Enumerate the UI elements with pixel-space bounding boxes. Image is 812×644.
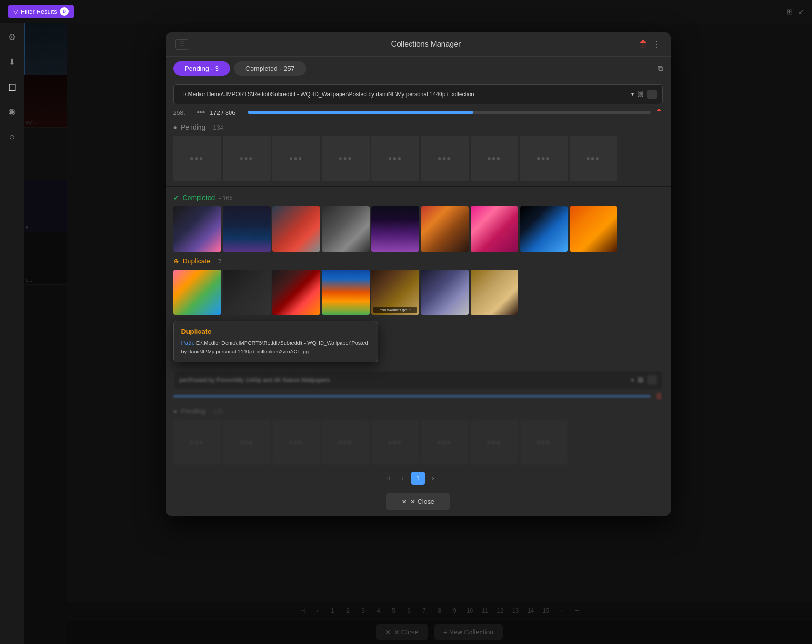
pending-label: Pending bbox=[181, 123, 205, 131]
completed-item-8[interactable] bbox=[520, 206, 568, 252]
modal-header-icons: 🗑 ⋮ bbox=[639, 39, 661, 50]
pending-item-3-dots: ••• bbox=[289, 152, 303, 165]
c2-dots-8: ••• bbox=[537, 436, 551, 449]
sidebar-download-icon[interactable]: ⬇ bbox=[3, 53, 20, 70]
duplicate-item-3[interactable] bbox=[272, 270, 320, 315]
pending-item-1[interactable]: ••• bbox=[173, 136, 221, 181]
pending-item-7-dots: ••• bbox=[487, 152, 501, 165]
completed-item-6[interactable] bbox=[421, 206, 469, 252]
modal-body: E:\.Medior Demo\.IMPORTS\Reddit\Subreddi… bbox=[166, 80, 671, 467]
c2-dots-4: ••• bbox=[339, 436, 352, 449]
c2-dots-3: ••• bbox=[289, 436, 303, 449]
top-filter-button[interactable]: ▽ Filter Results 0 bbox=[8, 5, 74, 18]
pending-item-2[interactable]: ••• bbox=[223, 136, 271, 181]
tooltip-path-value: E:\.Medior Demo\.IMPORTS\Reddit\Subreddi… bbox=[181, 340, 368, 354]
collection1-progress-count: 172 / 306 bbox=[210, 109, 243, 116]
collection2-delete-icon[interactable]: 🗑 bbox=[655, 392, 663, 401]
completed-item-1[interactable] bbox=[173, 206, 221, 252]
modal-close-label: ✕ Close bbox=[410, 498, 435, 505]
collection1-delete-icon[interactable]: 🗑 bbox=[655, 108, 663, 117]
completed-item-4[interactable] bbox=[322, 206, 370, 252]
collection2-pending-5[interactable]: ••• bbox=[371, 420, 419, 465]
completed-count: - 165 bbox=[219, 194, 233, 201]
collection2-pending-8[interactable]: ••• bbox=[520, 420, 568, 465]
collection2-chevron-icon[interactable]: ▾ bbox=[631, 377, 634, 383]
c2-dots-6: ••• bbox=[438, 436, 451, 449]
completed-item-2[interactable] bbox=[223, 206, 271, 252]
chevron-down-icon[interactable]: ▾ bbox=[631, 91, 634, 98]
modal-pagination: ⊣ ‹ 1 › ⊢ bbox=[166, 467, 671, 487]
pending-section-header: ● Pending - 134 bbox=[166, 120, 671, 134]
copy-icon[interactable]: ⧉ bbox=[658, 64, 663, 73]
completed-item-3[interactable] bbox=[272, 206, 320, 252]
collection2-pending-grid: ••• ••• ••• ••• ••• ••• ••• ••• bbox=[166, 418, 671, 467]
collection1-path-selector[interactable]: E:\.Medior Demo\.IMPORTS\Reddit\Subreddi… bbox=[173, 84, 663, 104]
pending-item-8[interactable]: ••• bbox=[520, 136, 568, 181]
modal-close-button[interactable]: ✕ ✕ Close bbox=[386, 493, 450, 510]
collection2-toggle[interactable] bbox=[647, 375, 657, 385]
collection2-pending-6[interactable]: ••• bbox=[421, 420, 469, 465]
tooltip-title: Duplicate bbox=[181, 328, 370, 335]
completed-item-5[interactable] bbox=[371, 206, 419, 252]
collection1-progress-row: 258. ••• 172 / 306 🗑 bbox=[173, 108, 663, 117]
pending-item-8-dots: ••• bbox=[537, 152, 551, 165]
images-icon[interactable]: 🖼 bbox=[638, 91, 643, 98]
duplicate-item-5[interactable]: You wouldn't get it bbox=[371, 270, 419, 315]
tabs-row: Pending - 3 Completed - 257 ⧉ bbox=[166, 57, 671, 80]
pending-item-4-dots: ••• bbox=[339, 152, 352, 165]
collection2-pending-1[interactable]: ••• bbox=[173, 420, 221, 465]
collection2-pending-2[interactable]: ••• bbox=[223, 420, 271, 465]
modal-overlay: ☰ Collections Manager 🗑 ⋮ Pending - 3 Co… bbox=[24, 23, 812, 644]
collection2-pending-7[interactable]: ••• bbox=[471, 420, 518, 465]
duplicate-item-1[interactable] bbox=[173, 270, 221, 315]
pending-count: - 134 bbox=[209, 124, 223, 131]
path-selector-controls: ▾ 🖼 bbox=[631, 90, 657, 99]
tab-pending[interactable]: Pending - 3 bbox=[173, 61, 231, 76]
duplicate-item-6[interactable] bbox=[421, 270, 469, 315]
collection2-images-icon[interactable]: 🖼 bbox=[638, 377, 643, 383]
pending-item-6-dots: ••• bbox=[438, 152, 451, 165]
pending-item-9[interactable]: ••• bbox=[570, 136, 617, 181]
modal-page-prev-btn[interactable]: ‹ bbox=[396, 472, 410, 485]
header-chat-icon[interactable]: ☰ bbox=[175, 39, 189, 50]
completed-item-9[interactable] bbox=[570, 206, 617, 252]
path-toggle[interactable] bbox=[647, 90, 657, 99]
c2-dots-5: ••• bbox=[388, 436, 402, 449]
pending-item-6[interactable]: ••• bbox=[421, 136, 469, 181]
completed-item-7[interactable] bbox=[471, 206, 518, 252]
sidebar-collections-icon[interactable]: ◫ bbox=[3, 78, 20, 95]
progress-more-icon[interactable]: ••• bbox=[197, 108, 205, 117]
pending-item-3[interactable]: ••• bbox=[272, 136, 320, 181]
top-bar: ▽ Filter Results 0 ⊞ ⤢ bbox=[0, 0, 812, 23]
duplicate-item-7[interactable] bbox=[471, 270, 518, 315]
modal-page-last-btn[interactable]: ⊢ bbox=[442, 472, 455, 485]
tooltip-path-label: Path: bbox=[181, 340, 196, 346]
collection2-pending-3[interactable]: ••• bbox=[272, 420, 320, 465]
c2-dots-1: ••• bbox=[190, 436, 204, 449]
duplicate-item-4[interactable] bbox=[322, 270, 370, 315]
tab-completed[interactable]: Completed - 257 bbox=[234, 61, 306, 76]
modal-page-first-btn[interactable]: ⊣ bbox=[381, 472, 394, 485]
pending-item-4[interactable]: ••• bbox=[322, 136, 370, 181]
pending-image-grid: ••• ••• ••• ••• ••• ••• ••• ••• ••• bbox=[166, 134, 671, 183]
modal-trash-icon[interactable]: 🗑 bbox=[639, 39, 648, 50]
divider-1 bbox=[166, 186, 671, 187]
collection2-pending-4[interactable]: ••• bbox=[322, 420, 370, 465]
collection2-pending-section: ● Pending - 125 ••• ••• ••• ••• ••• ••• … bbox=[166, 403, 671, 467]
collections-manager-modal: ☰ Collections Manager 🗑 ⋮ Pending - 3 Co… bbox=[166, 32, 671, 516]
pending-item-7[interactable]: ••• bbox=[471, 136, 518, 181]
collection2-pending-label: Pending bbox=[181, 407, 205, 415]
grid-icon: ⊞ bbox=[786, 7, 792, 16]
collection2-path-selector[interactable]: per\Posted by Ponron\My 1440p and 4K Nat… bbox=[173, 370, 663, 390]
modal-title: Collections Manager bbox=[213, 40, 639, 49]
modal-menu-icon[interactable]: ⋮ bbox=[652, 39, 661, 50]
duplicate-item-2[interactable] bbox=[223, 270, 271, 315]
sidebar-settings-icon[interactable]: ⚙ bbox=[3, 29, 20, 46]
sidebar-search-icon[interactable]: ⌕ bbox=[3, 128, 20, 145]
pending-item-5[interactable]: ••• bbox=[371, 136, 419, 181]
sidebar-eye-icon[interactable]: ◉ bbox=[3, 103, 20, 120]
modal-page-1-btn[interactable]: 1 bbox=[411, 472, 425, 485]
pending-item-2-dots: ••• bbox=[240, 152, 253, 165]
completed-section-header: ✔ Completed - 165 bbox=[166, 190, 671, 204]
modal-page-next-btn[interactable]: › bbox=[427, 472, 440, 485]
